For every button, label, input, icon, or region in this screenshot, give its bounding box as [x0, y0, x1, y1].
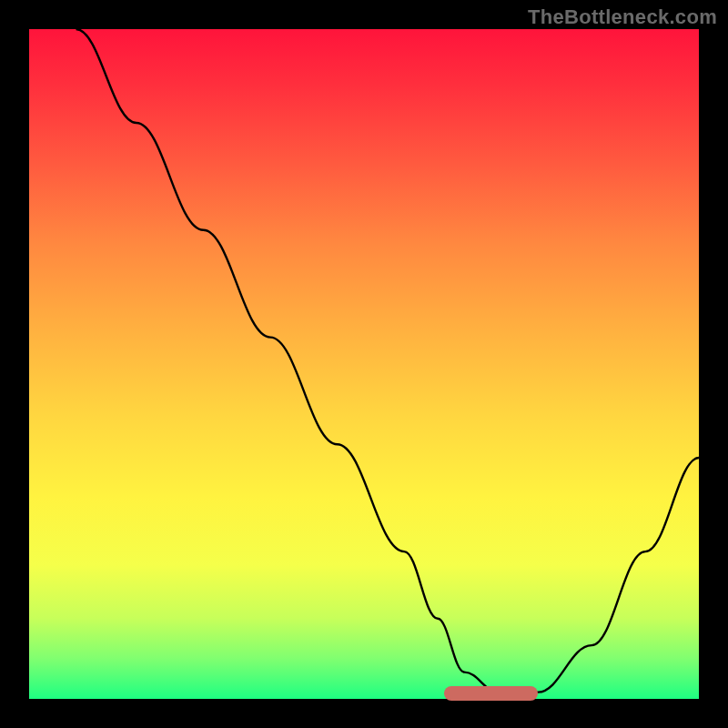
bottleneck-curve	[29, 29, 699, 699]
watermark-text: TheBottleneck.com	[528, 5, 717, 29]
curve-path	[76, 29, 700, 693]
optimum-accent-bar	[444, 686, 538, 701]
chart-frame: TheBottleneck.com	[0, 0, 728, 728]
